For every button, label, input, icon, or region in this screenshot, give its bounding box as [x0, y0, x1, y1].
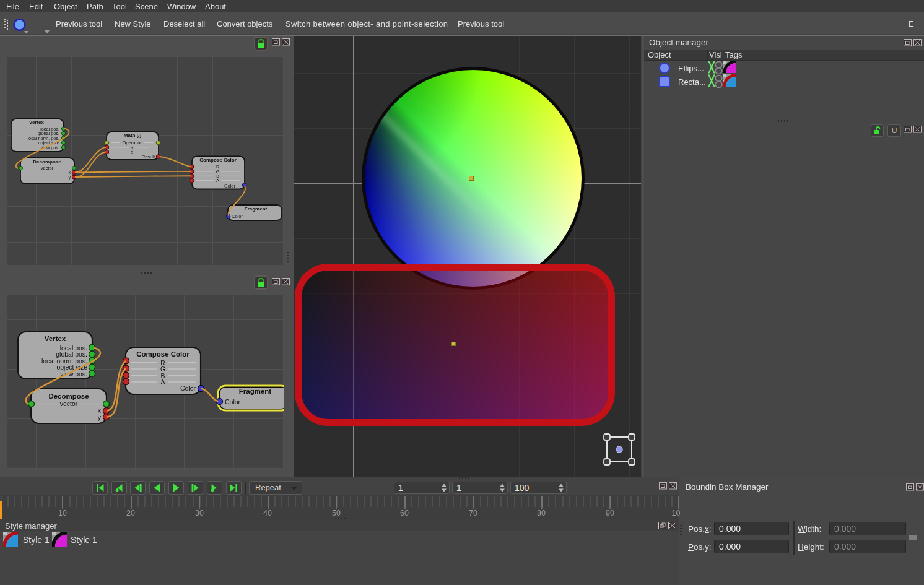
svg-text:y: y [98, 414, 102, 421]
svg-text:Decompose: Decompose [48, 392, 89, 400]
svg-text:Decompose: Decompose [33, 159, 61, 165]
svg-text:Fragment: Fragment [245, 206, 268, 212]
svg-text:Color: Color [224, 183, 235, 189]
svg-text:vector: vector [41, 165, 54, 171]
svg-text:Color: Color [232, 214, 243, 219]
svg-text:b: b [131, 150, 133, 154]
svg-text:A: A [160, 378, 165, 386]
svg-text:Color: Color [180, 384, 196, 392]
svg-text:Math [/]: Math [/] [124, 132, 142, 138]
svg-text:Vertex: Vertex [29, 119, 45, 125]
svg-text:Fragment: Fragment [239, 388, 272, 395]
svg-text:vector: vector [60, 400, 78, 407]
svg-text:R: R [216, 165, 219, 169]
svg-text:Color: Color [225, 398, 241, 405]
svg-text:a: a [131, 145, 133, 150]
svg-text:Result: Result [142, 154, 155, 160]
svg-text:Compose Color: Compose Color [136, 350, 190, 358]
svg-text:Compose Color: Compose Color [199, 157, 237, 163]
svg-text:B: B [216, 174, 219, 178]
svg-text:x: x [69, 170, 71, 175]
svg-text:y: y [69, 175, 71, 180]
svg-text:A: A [216, 178, 219, 183]
svg-text:G: G [216, 170, 219, 174]
svg-text:Vertex: Vertex [45, 335, 66, 342]
